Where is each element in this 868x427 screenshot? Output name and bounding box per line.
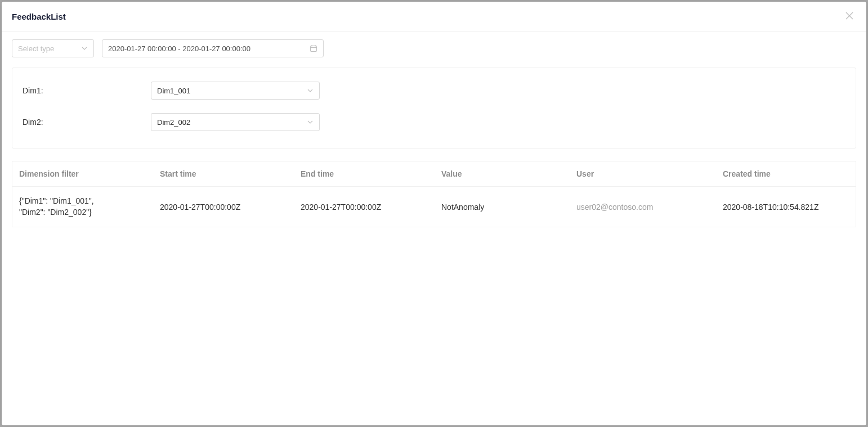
dim2-row: Dim2: Dim2_002 xyxy=(21,113,847,131)
dim2-select[interactable]: Dim2_002 xyxy=(151,113,320,131)
th-value: Value xyxy=(435,161,570,186)
cell-dimension-filter: {"Dim1": "Dim1_001", "Dim2": "Dim2_002"} xyxy=(12,187,153,227)
feedback-table: Dimension filter Start time End time Val… xyxy=(12,161,856,227)
modal-title: FeedbackList xyxy=(12,12,66,21)
close-button[interactable] xyxy=(843,10,856,23)
table-row: {"Dim1": "Dim1_001", "Dim2": "Dim2_002"}… xyxy=(12,187,856,227)
chevron-down-icon xyxy=(307,87,314,94)
top-controls: Select type 2020-01-27 00:00:00 - 2020-0… xyxy=(12,39,856,57)
th-created-time: Created time xyxy=(716,161,856,186)
cell-start-time: 2020-01-27T00:00:00Z xyxy=(153,194,294,221)
cell-created-time: 2020-08-18T10:10:54.821Z xyxy=(716,194,856,221)
table-header-row: Dimension filter Start time End time Val… xyxy=(12,161,856,187)
date-range-input[interactable]: 2020-01-27 00:00:00 - 2020-01-27 00:00:0… xyxy=(102,39,324,57)
chevron-down-icon xyxy=(307,119,314,125)
dimension-filter-panel: Dim1: Dim1_001 Dim2: Dim2_002 xyxy=(12,68,856,149)
th-end-time: End time xyxy=(294,161,435,186)
cell-value: NotAnomaly xyxy=(435,194,570,221)
dim1-value: Dim1_001 xyxy=(157,87,190,95)
modal-body: Select type 2020-01-27 00:00:00 - 2020-0… xyxy=(2,32,866,425)
feedback-list-modal: FeedbackList Select type 2020-01-27 00:0… xyxy=(2,2,866,425)
date-range-value: 2020-01-27 00:00:00 - 2020-01-27 00:00:0… xyxy=(108,44,250,53)
th-dimension-filter: Dimension filter xyxy=(12,161,153,186)
th-start-time: Start time xyxy=(153,161,294,186)
type-select-placeholder: Select type xyxy=(18,44,54,53)
cell-end-time: 2020-01-27T00:00:00Z xyxy=(294,194,435,221)
chevron-down-icon xyxy=(81,45,88,52)
dim1-select[interactable]: Dim1_001 xyxy=(151,82,320,100)
dim2-value: Dim2_002 xyxy=(157,118,190,127)
modal-header: FeedbackList xyxy=(2,2,866,32)
cell-user: user02@contoso.com xyxy=(570,194,716,221)
dim1-label: Dim1: xyxy=(21,86,151,95)
type-select[interactable]: Select type xyxy=(12,39,94,57)
table-body: {"Dim1": "Dim1_001", "Dim2": "Dim2_002"}… xyxy=(12,187,856,227)
svg-rect-2 xyxy=(311,46,317,52)
dim1-row: Dim1: Dim1_001 xyxy=(21,82,847,100)
th-user: User xyxy=(570,161,716,186)
dim2-label: Dim2: xyxy=(21,118,151,127)
close-icon xyxy=(845,12,853,21)
calendar-icon xyxy=(310,44,317,52)
